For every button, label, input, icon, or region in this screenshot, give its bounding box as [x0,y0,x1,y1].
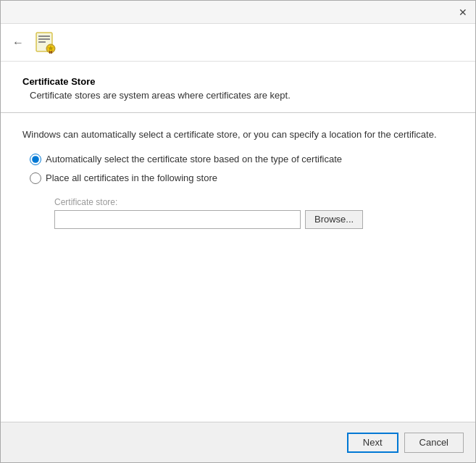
radio-auto-input[interactable] [30,154,41,165]
svg-rect-3 [38,41,46,43]
radio-manual-select[interactable]: Place all certificates in the following … [30,172,454,184]
instruction-text: Windows can automatically select a certi… [22,128,454,142]
browse-button[interactable]: Browse... [305,210,363,229]
next-button[interactable]: Next [347,433,398,453]
certificate-store-input[interactable] [54,210,301,229]
radio-manual-input[interactable] [30,172,41,184]
svg-rect-8 [51,51,53,54]
radio-auto-label: Automatically select the certificate sto… [46,154,342,164]
radio-group: Automatically select the certificate sto… [30,154,454,229]
svg-rect-2 [38,38,50,40]
certificate-import-wizard-window: ✕ ← Certificate Store Certificate stores… [0,0,476,463]
close-button[interactable]: ✕ [454,3,472,22]
svg-rect-1 [38,36,50,37]
cancel-button[interactable]: Cancel [404,433,464,453]
header-section: Certificate Store Certificate stores are… [1,62,475,112]
certificate-icon [33,30,59,56]
store-input-section: Certificate store: Browse... [54,197,454,229]
main-content: Windows can automatically select a certi… [1,113,475,422]
svg-rect-7 [49,51,51,54]
radio-manual-label: Place all certificates in the following … [46,172,217,183]
title-bar: ✕ [1,1,475,24]
section-title: Certificate Store [22,76,454,87]
section-description: Certificate stores are system areas wher… [30,90,454,101]
store-label: Certificate store: [54,197,454,207]
back-button[interactable]: ← [8,33,28,53]
store-input-row: Browse... [54,210,454,229]
content-area: Certificate Store Certificate stores are… [1,62,475,422]
radio-auto-select[interactable]: Automatically select the certificate sto… [30,154,454,165]
footer: Next Cancel [1,422,475,462]
toolbar: ← [1,24,475,62]
